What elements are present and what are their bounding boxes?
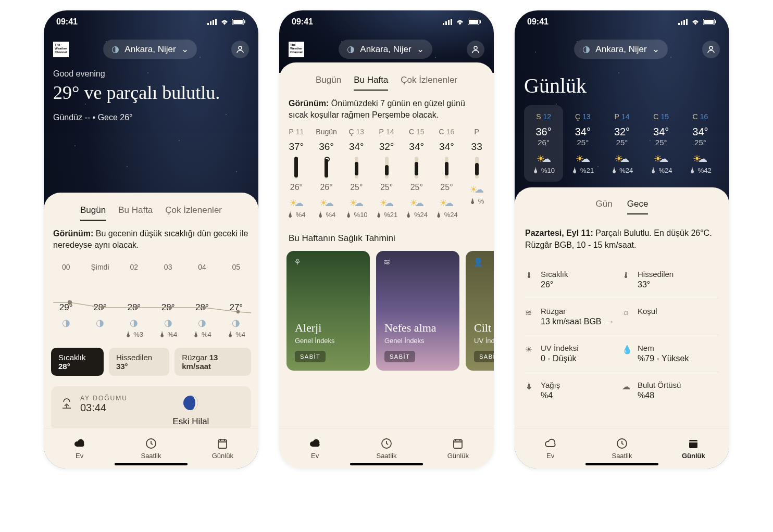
day-column[interactable]: Bugün36°26°☀☁🌢 %4: [311, 128, 342, 219]
day-column[interactable]: C1634°25°☀☁🌢 %24: [432, 128, 462, 219]
tab-popular[interactable]: Çok İzlenenler: [165, 205, 222, 221]
location-selector[interactable]: ◑ Ankara, Nijer ⌄: [574, 40, 667, 59]
tab-day[interactable]: Gün: [596, 199, 613, 214]
home-indicator[interactable]: [115, 463, 188, 465]
tab-popular[interactable]: Çok İzlenenler: [401, 75, 457, 91]
tab-night[interactable]: Gece: [627, 199, 649, 214]
day-low: 25°: [433, 183, 461, 192]
nav-home[interactable]: Ev: [515, 428, 586, 468]
headline-text: 29° ve parçalı bulutlu.: [53, 82, 249, 104]
health-card-icon: 👤: [473, 257, 483, 267]
nav-home[interactable]: Ev: [44, 428, 115, 468]
day-selector-item[interactable]: S1236°26°☀☁🌢 %10: [524, 105, 563, 182]
tab-today[interactable]: Bugün: [80, 205, 106, 221]
calendar-icon: [452, 437, 464, 450]
svg-rect-5: [233, 20, 243, 24]
wifi-icon: [691, 19, 700, 25]
day-selector-item[interactable]: C1534°25°☀☁🌢 %24: [642, 105, 681, 182]
profile-button[interactable]: [467, 41, 484, 58]
tab-today[interactable]: Bugün: [316, 75, 341, 91]
home-indicator[interactable]: [585, 463, 658, 465]
day-high: 36°: [525, 126, 562, 138]
health-card[interactable]: ≋Nefes almaGenel İndeksSABİT: [376, 251, 459, 371]
home-indicator[interactable]: [350, 463, 423, 465]
svg-rect-0: [207, 23, 209, 25]
day-selector-item[interactable]: C1634°25°☀☁🌢 %42: [681, 105, 720, 182]
thermometer-icon: 🌡: [525, 271, 534, 280]
day-low: 26°: [525, 138, 562, 147]
day-low: 25°: [643, 138, 680, 147]
tab-week[interactable]: Bu Hafta: [354, 75, 388, 91]
svg-rect-19: [445, 21, 447, 25]
day-column[interactable]: P1137°26°☀☁🌢 %4: [281, 128, 311, 219]
nav-daily[interactable]: Günlük: [422, 428, 494, 468]
day-selector-item[interactable]: P1432°25°☀☁🌢 %24: [602, 105, 641, 182]
location-label: Ankara, Nijer: [124, 44, 176, 55]
day-column[interactable]: P33☀☁🌢 %: [462, 128, 492, 219]
health-cards[interactable]: ⚘AlerjiGenel İndeksSABİT≋Nefes almaGenel…: [279, 251, 494, 371]
svg-rect-3: [215, 19, 217, 25]
svg-point-12: [169, 306, 172, 309]
day-precip: 🌢 %24: [603, 167, 640, 174]
location-selector[interactable]: ◑ Ankara, Nijer ⌄: [103, 40, 196, 59]
battery-icon: [232, 19, 246, 25]
svg-rect-37: [689, 440, 697, 448]
hourly-strip[interactable]: 0029°◑Şimdi28°◑0228°◑🌢 %30328°◑🌢 %40428°…: [44, 251, 258, 344]
moon-card[interactable]: AY DOĞUMU 03:44 Eski Hilal: [51, 386, 251, 431]
location-selector[interactable]: ◑ Ankara, Nijer ⌄: [339, 40, 432, 59]
health-card-badge: SABİT: [384, 351, 415, 362]
day-label: P11: [282, 128, 310, 136]
status-bar: 09:41: [515, 10, 729, 33]
daily-selector[interactable]: S1236°26°☀☁🌢 %10Ç1334°25°☀☁🌢 %21P1432°25…: [524, 105, 720, 182]
day-column[interactable]: P1432°25°☀☁🌢 %21: [371, 128, 402, 219]
svg-rect-27: [454, 440, 462, 448]
daily-strip[interactable]: P1137°26°☀☁🌢 %4Bugün36°26°☀☁🌢 %4Ç1334°25…: [279, 121, 494, 219]
status-time: 09:41: [56, 17, 78, 27]
partly-cloudy-icon: ☀☁: [372, 197, 401, 209]
stat-grid: 🌡 Sıcaklık26° 🌡 Hissedilen33° ≋ Rüzgar13…: [515, 256, 729, 414]
nav-daily[interactable]: Günlük: [187, 428, 258, 468]
day-high: 33: [463, 141, 491, 153]
day-high: 34°: [403, 141, 431, 153]
health-card[interactable]: ⚘AlerjiGenel İndeksSABİT: [286, 251, 370, 371]
day-selector-item[interactable]: Ç1334°25°☀☁🌢 %21: [563, 105, 602, 182]
status-bar: 09:41: [44, 10, 258, 33]
tab-week[interactable]: Bu Hafta: [118, 205, 153, 221]
signal-icon: [207, 19, 217, 25]
day-precip: 🌢 %10: [342, 211, 370, 219]
nav-home[interactable]: Ev: [279, 428, 351, 468]
temp-range-bar: [355, 157, 358, 179]
chip-temperature[interactable]: Sıcaklık 28°: [51, 348, 104, 376]
moon-phase-name: Eski Hilal: [140, 416, 242, 427]
bottom-sheet: Bugün Bu Hafta Çok İzlenenler Görünüm: Ö…: [279, 62, 494, 468]
day-high: 34°: [342, 141, 370, 153]
health-card[interactable]: 👤Cilt SaUV İndekSABİT: [466, 251, 494, 371]
hour-precip: 🌢 %4: [185, 331, 219, 338]
chevron-down-icon: ⌄: [181, 44, 189, 55]
profile-button[interactable]: [702, 41, 720, 58]
temp-range-bar: [385, 157, 389, 179]
nav-daily[interactable]: Günlük: [658, 428, 729, 468]
day-precip: 🌢 %42: [682, 167, 719, 174]
chip-feels-like[interactable]: Hissedilen 33°: [109, 348, 169, 376]
health-card-title: Alerji: [295, 321, 361, 335]
profile-button[interactable]: [231, 41, 249, 58]
stat-cloud: ☁ Bulut Örtüsü%48: [622, 381, 719, 400]
svg-point-14: [236, 310, 240, 313]
temp-range-bar: [325, 157, 328, 179]
health-card-subtitle: Genel İndeks: [384, 337, 451, 345]
status-bar: 09:41: [279, 10, 494, 33]
partly-cloudy-icon: ☀☁: [313, 197, 341, 209]
temp-range-bar: [294, 157, 298, 179]
tab-row: Bugün Bu Hafta Çok İzlenenler: [44, 193, 258, 228]
chip-wind[interactable]: Rüzgar 13 km/saat: [174, 348, 251, 376]
partly-cloudy-icon: ☀☁: [682, 153, 719, 164]
day-precip: 🌢 %24: [433, 211, 461, 219]
hour-label: Şimdi: [83, 263, 117, 271]
stat-temperature: 🌡 Sıcaklık26°: [525, 270, 622, 289]
day-low: 26°: [313, 183, 341, 192]
day-column[interactable]: Ç1334°25°☀☁🌢 %10: [341, 128, 371, 219]
day-column[interactable]: C1534°25°☀☁🌢 %24: [402, 128, 432, 219]
moon-icon: ◑: [111, 44, 119, 55]
hour-precip: 🌢 %4: [151, 331, 185, 338]
